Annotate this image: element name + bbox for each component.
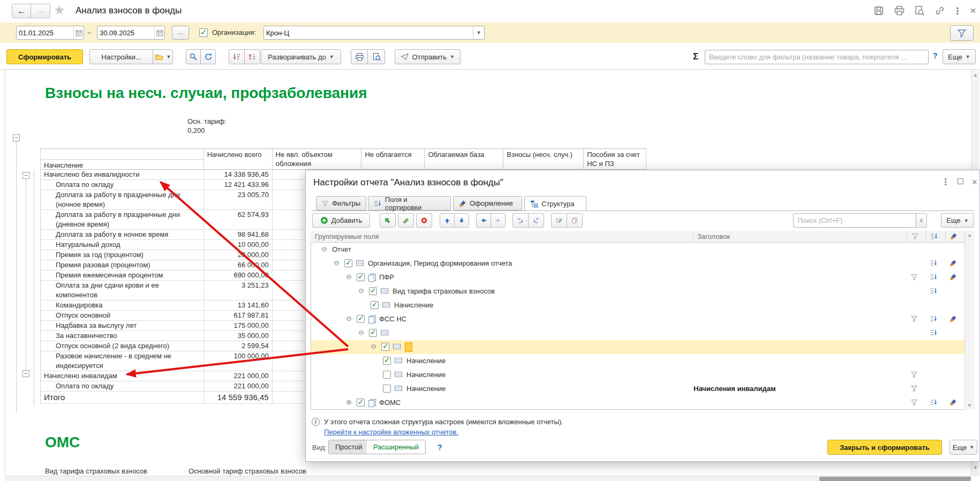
brush-icon[interactable] [949,315,958,324]
collapse-icon[interactable]: ⊖ [346,315,352,322]
move-into-group-button[interactable] [512,213,529,228]
structure-tree-row[interactable]: НачислениеНачисления инвалидам [311,382,964,396]
help-link[interactable]: ? [933,51,938,60]
move-out-of-group-button[interactable] [528,213,544,228]
move-right-button[interactable] [491,213,506,228]
column-header[interactable]: Не явл. объектом обложения [273,149,362,169]
settings-button[interactable]: Настройки... [89,49,153,64]
expand-groups-button[interactable] [244,49,260,64]
kebab-menu-icon[interactable]: ⋮ [954,5,961,17]
column-header[interactable]: Не облагается [361,149,425,169]
date-from-input[interactable] [17,29,73,37]
vertical-scrollbar[interactable]: ▼ [971,462,979,476]
brush-icon[interactable] [949,273,958,282]
scroll-down-icon[interactable]: ▼ [967,403,972,408]
row-checkbox[interactable] [357,315,365,323]
dialog-toolbar-more-button[interactable]: Еще▼ [941,213,974,228]
generate-button[interactable]: Сформировать [6,49,83,64]
collapse-group-button[interactable]: − [13,134,20,141]
save-icon[interactable] [873,5,885,17]
filter-icon[interactable] [910,399,919,407]
scrollbar-thumb[interactable] [819,477,971,481]
row-checkbox[interactable] [357,273,365,281]
structure-tree-row[interactable]: ⊕ФОМС [311,396,964,410]
inline-edit-box[interactable] [405,342,412,352]
calendar-icon[interactable] [154,26,164,39]
row-checkbox[interactable] [383,357,391,365]
tab-structure[interactable]: Структура [524,196,586,211]
structure-tree-row[interactable]: ⊖ПФР [311,270,964,284]
favorite-star-icon[interactable]: ★ [54,3,65,18]
chevron-down-icon[interactable]: ▼ [473,26,484,39]
organization-checkbox[interactable] [199,28,208,37]
forward-button[interactable]: → [31,4,50,18]
sort-icon[interactable] [930,287,938,296]
delete-button[interactable] [416,213,432,228]
column-header[interactable]: Взносы (несч. случ.) [503,149,584,169]
more-button[interactable]: Еще▼ [943,49,976,64]
collapse-icon[interactable]: ⊖ [371,343,376,350]
search-clear-button[interactable]: x [916,213,927,228]
filter-icon[interactable] [910,315,919,324]
collapse-icon[interactable]: ⊖ [358,287,364,295]
grid-column-fields[interactable]: Группируемые поля [315,232,379,241]
row-checkbox[interactable] [369,287,377,295]
view-simple-button[interactable]: Простой [328,440,370,454]
row-checkbox[interactable] [381,343,389,351]
sort-icon[interactable] [930,399,938,407]
structure-tree-row[interactable]: ⊖Отчет [311,243,964,257]
nested-reports-link[interactable]: Перейти к настройке вложенных отчетов. [324,428,458,436]
quick-filter-input[interactable] [705,50,929,64]
structure-tree-row[interactable]: ⊖ФСС НС [311,312,964,326]
collapse-icon[interactable]: ⊖ [358,329,364,336]
sort-icon[interactable] [930,315,938,324]
sort-icon[interactable] [930,273,938,282]
sum-sigma-icon[interactable]: Σ [693,51,698,62]
structure-tree-row[interactable]: ⊖ [311,340,964,354]
date-to-input[interactable] [97,29,154,37]
report-variants-button[interactable]: ▼ [153,49,173,64]
tab-appearance[interactable]: Оформление [453,196,522,211]
structure-tree-row[interactable]: ⊖Организация, Период формирования отчета [311,257,964,270]
horizontal-scrollbar[interactable] [5,476,971,481]
print-button[interactable] [351,49,368,64]
grid-vertical-scrollbar[interactable]: ▲▼ [964,231,975,410]
uncheck-all-button[interactable] [567,213,583,228]
brush-icon[interactable] [949,259,958,268]
filter-icon[interactable] [910,385,919,393]
view-extended-button[interactable]: Расширенный [367,440,426,454]
calendar-icon[interactable] [73,26,84,39]
expand-to-button[interactable]: Разворачивать до▼ [261,49,341,64]
search-button[interactable] [186,49,201,64]
structure-tree-row[interactable]: Начисление [311,298,964,312]
move-up-button[interactable] [440,213,455,228]
collapse-groups-button[interactable] [229,49,245,64]
print-preview-button[interactable] [367,49,385,64]
check-all-button[interactable] [551,213,567,228]
structure-tree-row[interactable]: ⊖ [311,326,964,340]
column-header[interactable]: Начислено всего [204,149,273,169]
tree-search-input[interactable] [793,213,916,228]
structure-tree-row[interactable]: Начисление [311,354,964,368]
collapse-group-button[interactable]: − [22,172,29,179]
back-button[interactable]: ← [12,4,31,18]
collapse-icon[interactable]: ⊖ [321,245,327,253]
sort-icon[interactable] [930,259,938,268]
filter-toggle-button[interactable] [950,25,974,41]
collapse-icon[interactable]: ⊖ [346,273,352,281]
filter-icon[interactable] [910,371,919,379]
vertical-scrollbar[interactable]: ▲ [971,70,979,170]
column-header-nachislenie[interactable]: Начисление [41,149,204,169]
send-button[interactable]: Отправить▼ [395,49,461,64]
row-checkbox[interactable] [369,329,377,337]
tab-filters[interactable]: Фильтры [316,196,366,211]
move-down-button[interactable] [454,213,469,228]
row-checkbox[interactable] [344,259,352,267]
print-icon[interactable] [893,5,905,17]
row-checkbox[interactable] [383,371,391,379]
organization-input[interactable] [264,29,473,37]
column-header[interactable]: Облагаемая база [425,149,503,169]
move-left-button[interactable] [476,213,491,228]
link-icon[interactable] [934,5,946,17]
structure-tree-row[interactable]: Начисление [311,368,964,382]
